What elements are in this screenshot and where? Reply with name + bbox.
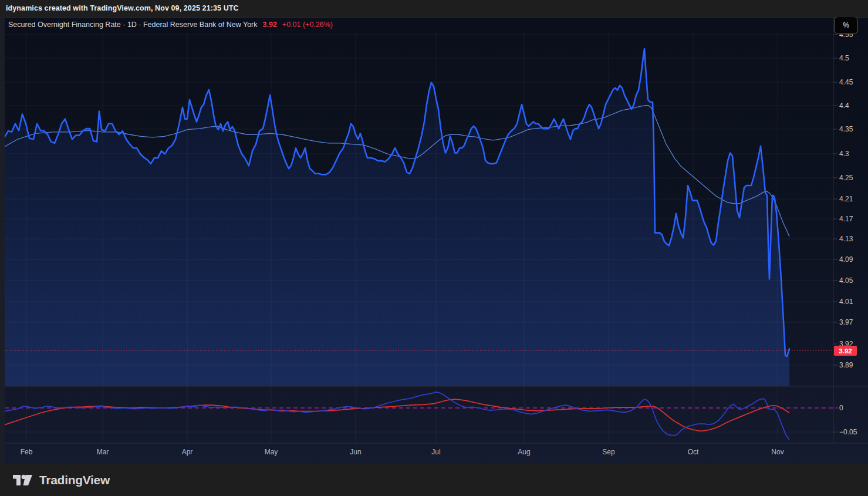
tradingview-logo-text: TradingView — [39, 473, 110, 487]
price-tick-label: 4.05 — [839, 276, 866, 285]
legend[interactable]: Secured Overnight Financing Rate · 1D · … — [8, 20, 333, 29]
price-tick-label: −0.05 — [839, 428, 866, 436]
time-tick-label: Sep — [602, 448, 614, 456]
price-tick-label: 4.17 — [839, 215, 866, 223]
legend-title: Secured Overnight Financing Rate · 1D · … — [8, 21, 258, 29]
oscillator-pane — [5, 392, 789, 440]
price-pane — [5, 49, 789, 386]
price-tick-label: 4.01 — [839, 298, 866, 306]
time-tick-label: Apr — [182, 448, 193, 456]
tradingview-logo[interactable]: TradingView — [12, 471, 110, 489]
price-tick-label: 3.89 — [839, 361, 866, 369]
top-bar: idynamics created with TradingView.com, … — [0, 0, 868, 17]
price-tick-label: 4.13 — [839, 235, 866, 243]
left-edge-strip — [0, 17, 5, 464]
price-tick-label: 3.97 — [839, 318, 866, 326]
watermark-text: idynamics created with TradingView.com, … — [6, 4, 239, 12]
time-tick-label: Aug — [518, 448, 530, 456]
price-tick-label: 4.35 — [839, 125, 866, 133]
time-tick-label: Jul — [431, 448, 440, 456]
osc-slow-line — [5, 399, 789, 431]
price-tick-label: 4.21 — [839, 195, 866, 203]
time-tick-label: Mar — [97, 448, 109, 456]
legend-last-value: 3.92 — [263, 21, 277, 29]
price-tick-label: 4.5 — [839, 54, 866, 62]
time-tick-label: Nov — [771, 448, 783, 456]
axis-tick-marks — [833, 35, 837, 432]
last-price-badge: 3.92 — [834, 346, 857, 356]
price-tick-label: 4.3 — [839, 150, 866, 158]
price-tick-label: 4.09 — [839, 255, 866, 264]
time-tick-label: Feb — [21, 448, 33, 456]
tradingview-logo-icon — [12, 471, 33, 489]
footer-bar: TradingView — [0, 464, 868, 496]
price-tick-label: 4.25 — [839, 174, 866, 182]
time-tick-label: Oct — [688, 448, 699, 456]
osc-fast-line — [5, 392, 789, 440]
time-tick-label: Jun — [350, 448, 361, 456]
percent-scale-label: % — [843, 21, 849, 29]
price-area-fill — [5, 49, 789, 386]
last-price-badge-value: 3.92 — [839, 347, 852, 355]
chart-canvas[interactable] — [0, 0, 868, 496]
percent-scale-button[interactable]: % — [834, 16, 858, 34]
price-tick-label: 4.45 — [839, 78, 866, 86]
legend-change: +0.01 (+0.26%) — [282, 21, 333, 29]
price-tick-label: 0 — [839, 404, 866, 412]
price-tick-label: 4.4 — [839, 102, 866, 110]
time-tick-label: May — [265, 448, 278, 456]
